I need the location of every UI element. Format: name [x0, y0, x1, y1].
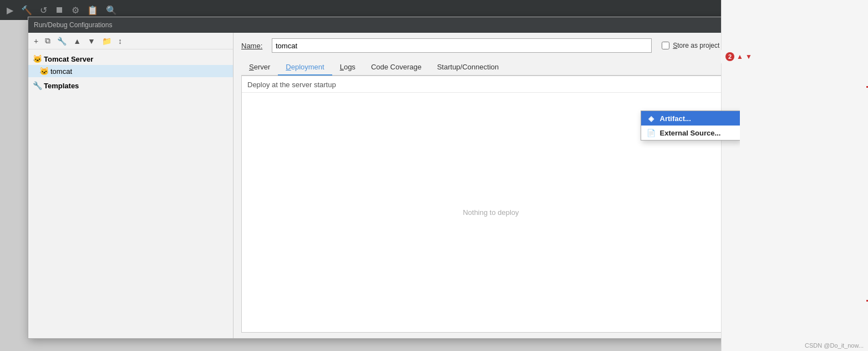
deploy-list-area: Nothing to deploy + ◈ Artifact... [242, 93, 740, 332]
nothing-to-deploy-label: Nothing to deploy [463, 208, 519, 217]
dropdown-menu: ◈ Artifact... 📄 External Source... [641, 111, 740, 141]
left-toolbar: + ⧉ 🔧 ▲ ▼ 📁 ↕ [28, 33, 233, 49]
sort-button[interactable]: ↕ [116, 36, 124, 47]
artifact-icon: ◈ [647, 114, 656, 123]
right-panel: Name: Store as project file ⚙ Server Dep… [234, 33, 748, 338]
tab-code-coverage[interactable]: Code Coverage [363, 59, 429, 76]
tomcat-server-group: 🐱 Tomcat Server 🐱 tomcat [28, 52, 233, 78]
name-input[interactable] [272, 38, 652, 53]
config-settings-button[interactable]: 🔧 [55, 36, 69, 47]
add-config-button[interactable]: + [32, 36, 40, 47]
templates-group: 🔧 Templates [28, 78, 233, 93]
tab-startup-connection[interactable]: Startup/Connection [429, 59, 506, 76]
templates-icon: 🔧 [33, 81, 42, 90]
ide-right-side: 2 ▲ ▼ CSDN @Do_it_now... [721, 0, 868, 351]
error-bar: 2 ▲ ▼ [721, 50, 868, 63]
folder-button[interactable]: 📁 [100, 36, 114, 47]
ide-bottom-label: CSDN @Do_it_now... [805, 342, 864, 349]
name-label: Name: [241, 42, 266, 50]
move-down-button[interactable]: ▼ [85, 36, 98, 47]
tab-deployment[interactable]: Deployment [278, 59, 332, 76]
tab-logs[interactable]: Logs [332, 59, 363, 76]
tomcat-config-item[interactable]: 🐱 tomcat [28, 65, 233, 77]
move-up-button[interactable]: ▲ [71, 36, 83, 47]
artifact-label: Artifact... [660, 114, 691, 123]
tabs-row: Server Deployment Logs Code Coverage Sta… [241, 59, 740, 76]
store-project-checkbox[interactable] [662, 42, 669, 49]
copy-config-button[interactable]: ⧉ [43, 35, 53, 47]
error-badge: 2 [725, 52, 734, 61]
tomcat-server-icon: 🐱 [33, 54, 42, 63]
tomcat-server-group-header[interactable]: 🐱 Tomcat Server [28, 53, 233, 65]
tab-server[interactable]: Server [241, 59, 278, 76]
dropdown-external-source-item[interactable]: 📄 External Source... [641, 126, 740, 140]
tomcat-item-label: tomcat [50, 67, 72, 76]
dialog-body: + ⧉ 🔧 ▲ ▼ 📁 ↕ 🐱 Tomcat Server 🐱 [28, 33, 748, 338]
external-source-label: External Source... [660, 129, 721, 137]
templates-group-header[interactable]: 🔧 Templates [28, 79, 233, 92]
name-row: Name: Store as project file ⚙ [241, 38, 740, 53]
deploy-section-title: Deploy at the server startup [242, 76, 740, 93]
config-tree: 🐱 Tomcat Server 🐱 tomcat 🔧 Templates [28, 49, 233, 338]
tomcat-server-label: Tomcat Server [44, 55, 93, 63]
dialog-title: Run/Debug Configurations [34, 21, 112, 29]
error-down-arrow[interactable]: ▼ [745, 53, 752, 61]
run-debug-dialog: Run/Debug Configurations × + ⧉ 🔧 ▲ ▼ 📁 ↕ [28, 17, 749, 339]
dialog-titlebar: Run/Debug Configurations × [28, 17, 748, 33]
dropdown-artifact-item[interactable]: ◈ Artifact... [641, 111, 740, 126]
deployment-tab-content: Deploy at the server startup Nothing to … [241, 76, 740, 333]
external-source-icon: 📄 [647, 128, 656, 137]
tomcat-item-icon: 🐱 [39, 67, 48, 76]
left-panel: + ⧉ 🔧 ▲ ▼ 📁 ↕ 🐱 Tomcat Server 🐱 [28, 33, 234, 338]
templates-label: Templates [44, 82, 79, 90]
error-up-arrow[interactable]: ▲ [737, 53, 743, 61]
